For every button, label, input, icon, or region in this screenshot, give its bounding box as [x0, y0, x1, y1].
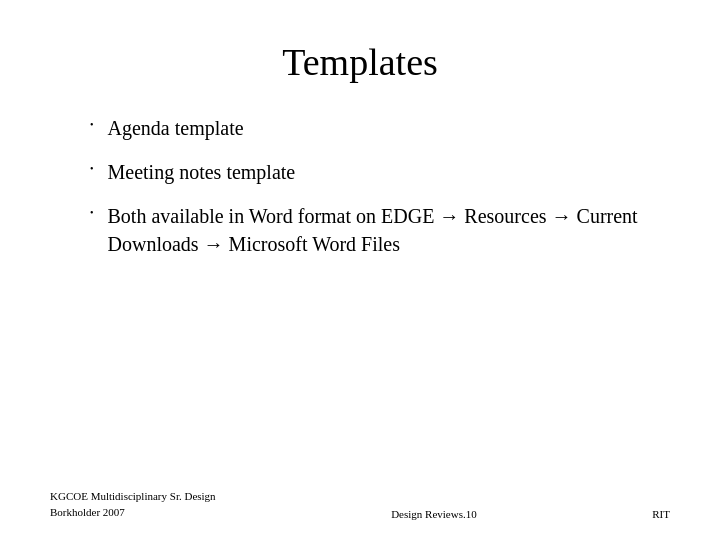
bullet-text: Meeting notes template — [108, 158, 296, 186]
bullet-dot: • — [90, 160, 94, 178]
footer-right: RIT — [652, 508, 670, 520]
bullet-list: • Agenda template • Meeting notes templa… — [90, 114, 670, 258]
list-item: • Both available in Word format on EDGE … — [90, 202, 670, 258]
bullet-dot: • — [90, 204, 94, 222]
slide: Templates • Agenda template • Meeting no… — [0, 0, 720, 540]
bullet-text: Both available in Word format on EDGE → … — [108, 202, 670, 258]
content-area: • Agenda template • Meeting notes templa… — [50, 114, 670, 520]
footer: KGCOE Multidisciplinary Sr. Design Borkh… — [50, 479, 670, 520]
bullet-dot: • — [90, 116, 94, 134]
footer-left: KGCOE Multidisciplinary Sr. Design Borkh… — [50, 489, 216, 520]
list-item: • Agenda template — [90, 114, 670, 142]
footer-left-line1: KGCOE Multidisciplinary Sr. Design — [50, 489, 216, 504]
footer-left-line2: Borkholder 2007 — [50, 505, 216, 520]
bullet-text: Agenda template — [108, 114, 244, 142]
slide-title: Templates — [50, 40, 670, 84]
list-item: • Meeting notes template — [90, 158, 670, 186]
footer-center: Design Reviews.10 — [391, 508, 477, 520]
